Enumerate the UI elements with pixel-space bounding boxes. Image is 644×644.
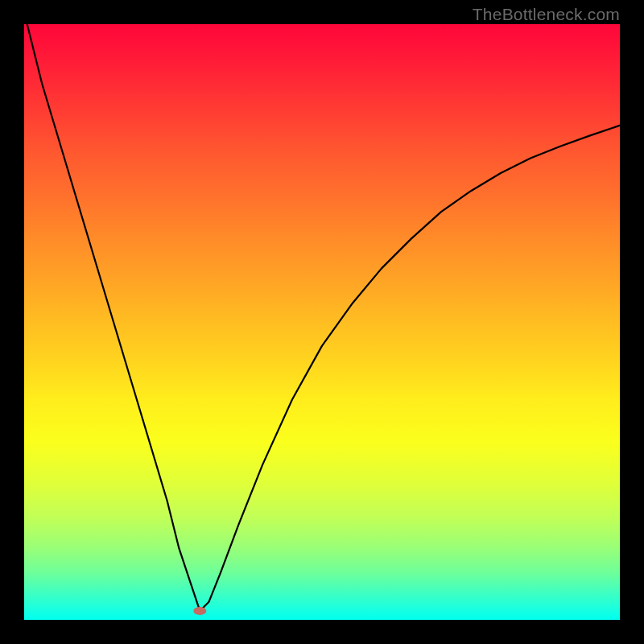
- minimum-marker: [193, 607, 206, 615]
- curve-svg: [24, 24, 620, 620]
- bottleneck-curve: [27, 24, 620, 611]
- chart-frame: TheBottleneck.com: [0, 0, 644, 644]
- plot-area: [24, 24, 620, 620]
- watermark-text: TheBottleneck.com: [473, 5, 620, 24]
